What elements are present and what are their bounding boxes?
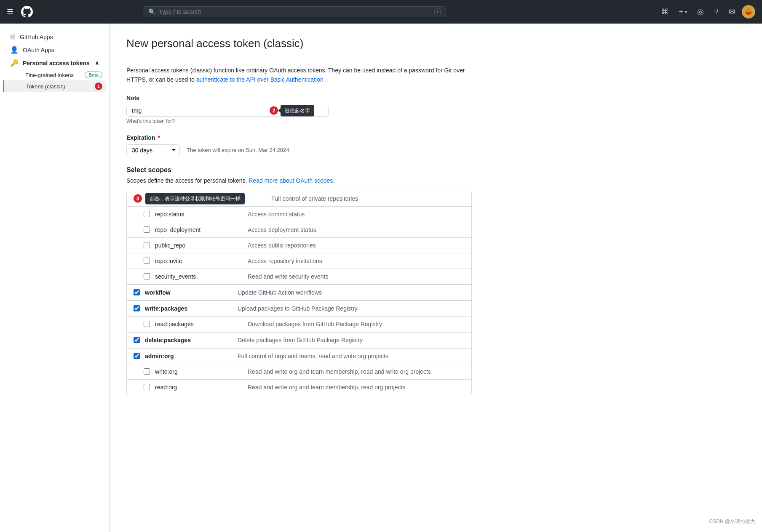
scopes-desc-text: Scopes define the access for personal to… <box>126 177 249 184</box>
sidebar-item-github-apps[interactable]: ⊞ GitHub Apps <box>3 30 106 43</box>
checkbox-public-repo[interactable] <box>144 242 150 248</box>
scope-desc-read-packages: Download packages from GitHub Package Re… <box>239 321 465 327</box>
scope-row-read-org: read:org Read and write org and team mem… <box>127 380 471 395</box>
scope-row-repo-invite: repo:invite Access repository invitation… <box>127 253 471 269</box>
checkbox-repo-status[interactable] <box>144 211 150 217</box>
layout: ⊞ GitHub Apps 👤 OAuth Apps 🔑 Personal ac… <box>0 24 762 532</box>
scope-name-repo-status: repo:status <box>155 211 239 218</box>
required-star: * <box>158 134 160 141</box>
step-3-badge: 3 <box>134 194 142 203</box>
checkbox-delete-packages[interactable] <box>134 337 140 343</box>
sidebar-item-github-apps-label: GitHub Apps <box>20 34 53 40</box>
checkbox-repo-invite[interactable] <box>144 258 150 264</box>
scope-desc-security-events: Read and write security events <box>239 273 465 280</box>
github-logo <box>20 5 34 19</box>
sidebar: ⊞ GitHub Apps 👤 OAuth Apps 🔑 Personal ac… <box>0 24 110 532</box>
topnav: ☰ 🔍 / ⌘ + ▾ ◎ ⑂ ✉ 🎃 <box>0 0 762 24</box>
expiration-row: 7 days 30 days 60 days 90 days Custom No… <box>126 144 472 156</box>
chevron-down-icon: ▾ <box>685 10 687 14</box>
search-slash-icon: / <box>434 8 441 15</box>
pull-requests-button[interactable]: ⑂ <box>711 6 722 18</box>
sidebar-item-oauth-apps[interactable]: 👤 OAuth Apps <box>3 43 106 56</box>
sidebar-item-fine-grained[interactable]: Fine-grained tokens Beta <box>3 69 106 80</box>
new-menu-button[interactable]: + ▾ <box>675 6 690 18</box>
description-text-2: . <box>325 76 327 83</box>
expiry-note: The token will expire on Sun, Mar 24 202… <box>187 147 289 153</box>
scope-row-security-events: security_events Read and write security … <box>127 269 471 285</box>
scope-row-write-org: write:org Read and write org and team me… <box>127 364 471 380</box>
scope-name-read-packages: read:packages <box>155 321 239 327</box>
hamburger-button[interactable]: ☰ <box>7 7 13 16</box>
scope-name-workflow: workflow <box>145 289 229 296</box>
oauth-apps-icon: 👤 <box>10 46 19 54</box>
scope-desc-repo-invite: Access repository invitations <box>239 258 465 264</box>
fork-icon: ⑂ <box>714 8 719 16</box>
watermark: CSDN @小谭の努力 <box>709 518 755 525</box>
expiration-select[interactable]: 7 days 30 days 60 days 90 days Custom No… <box>126 144 180 156</box>
scope-desc-delete-packages: Delete packages from GitHub Package Regi… <box>229 337 465 343</box>
checkbox-write-packages[interactable] <box>134 305 140 311</box>
search-bar: 🔍 / <box>143 6 446 17</box>
note-sublabel: What's this token for? <box>126 118 472 124</box>
issues-button[interactable]: ◎ <box>694 5 707 18</box>
checkbox-read-packages[interactable] <box>144 321 150 327</box>
scope-desc-public-repo: Access public repositories <box>239 242 465 249</box>
checkbox-admin-org[interactable] <box>134 353 140 359</box>
scope-row-repo: 3 都选，表示这种登录权限和账号密码一样 repo Full control o… <box>127 191 471 207</box>
sidebar-item-tokens-classic[interactable]: Tokens (classic) 1 <box>3 80 106 92</box>
search-input[interactable] <box>159 8 431 15</box>
note-tooltip-text: 随便起名字 <box>285 107 310 113</box>
checkbox-write-org[interactable] <box>144 368 150 375</box>
scope-desc-repo-status: Access commit status <box>239 211 465 218</box>
page-description: Personal access tokens (classic) functio… <box>126 66 472 85</box>
scopes-title: Select scopes <box>126 166 472 174</box>
checkbox-security-events[interactable] <box>144 273 150 279</box>
avatar-icon: 🎃 <box>744 8 753 16</box>
main-content: New personal access token (classic) Pers… <box>110 24 489 532</box>
expiration-section: Expiration * 7 days 30 days 60 days 90 d… <box>126 134 472 156</box>
scope-desc-read-org: Read and write org and team membership, … <box>239 384 465 391</box>
plus-icon: + <box>679 8 683 16</box>
scope-desc-admin-org: Full control of orgs and teams, read and… <box>229 353 465 359</box>
inbox-icon: ✉ <box>729 7 735 16</box>
scope-name-repo-deployment: repo_deployment <box>155 226 239 233</box>
sidebar-item-personal-tokens[interactable]: 🔑 Personal access tokens ∧ <box>3 56 106 69</box>
terminal-icon: ⌘ <box>661 7 668 16</box>
step-2-badge: 2 <box>270 106 278 115</box>
scopes-link[interactable]: Read more about OAuth scopes. <box>249 177 334 184</box>
topnav-icons: ⌘ + ▾ ◎ ⑂ ✉ 🎃 <box>658 5 755 19</box>
key-icon: 🔑 <box>10 59 19 67</box>
beta-badge: Beta <box>85 72 102 78</box>
scope-desc-workflow: Update GitHub Action workflows <box>229 289 465 296</box>
checkbox-repo-deployment[interactable] <box>144 226 150 233</box>
scope-desc-write-org: Read and write org and team membership, … <box>239 368 465 375</box>
scope-name-write-org: write:org <box>155 368 239 375</box>
note-section: Note 2 随便起名字 What's this token for? <box>126 95 472 124</box>
scope-row-read-packages: read:packages Download packages from Git… <box>127 317 471 332</box>
circle-dot-icon: ◎ <box>697 7 704 16</box>
tokens-count-badge: 1 <box>95 82 102 90</box>
expiration-label: Expiration * <box>126 134 472 141</box>
scopes-section: Select scopes Scopes define the access f… <box>126 166 472 395</box>
scope-desc-write-packages: Upload packages to GitHub Package Regist… <box>229 305 465 312</box>
scopes-tooltip-text: 都选，表示这种登录权限和账号密码一样 <box>150 195 241 201</box>
scopes-description: Scopes define the access for personal to… <box>126 177 472 184</box>
terminal-button[interactable]: ⌘ <box>658 5 672 18</box>
personal-tokens-label: Personal access tokens <box>23 60 90 66</box>
scope-name-admin-org: admin:org <box>145 353 229 359</box>
avatar[interactable]: 🎃 <box>742 5 755 19</box>
scope-name-write-packages: write:packages <box>145 305 229 312</box>
inbox-button[interactable]: ✉ <box>725 5 738 18</box>
scope-row-repo-status: repo:status Access commit status <box>127 207 471 222</box>
scope-desc-repo-deployment: Access deployment status <box>239 226 465 233</box>
fine-grained-label: Fine-grained tokens <box>25 72 74 78</box>
scope-name-repo-invite: repo:invite <box>155 258 239 264</box>
sidebar-item-oauth-apps-label: OAuth Apps <box>23 47 54 53</box>
checkbox-read-org[interactable] <box>144 384 150 390</box>
github-apps-icon: ⊞ <box>10 33 16 41</box>
scope-row-admin-org: admin:org Full control of orgs and teams… <box>127 348 471 364</box>
description-link[interactable]: authenticate to the API over Basic Authe… <box>196 76 324 83</box>
scope-row-workflow: workflow Update GitHub Action workflows <box>127 285 471 301</box>
expand-icon: ∧ <box>95 60 99 66</box>
checkbox-workflow[interactable] <box>134 289 140 295</box>
